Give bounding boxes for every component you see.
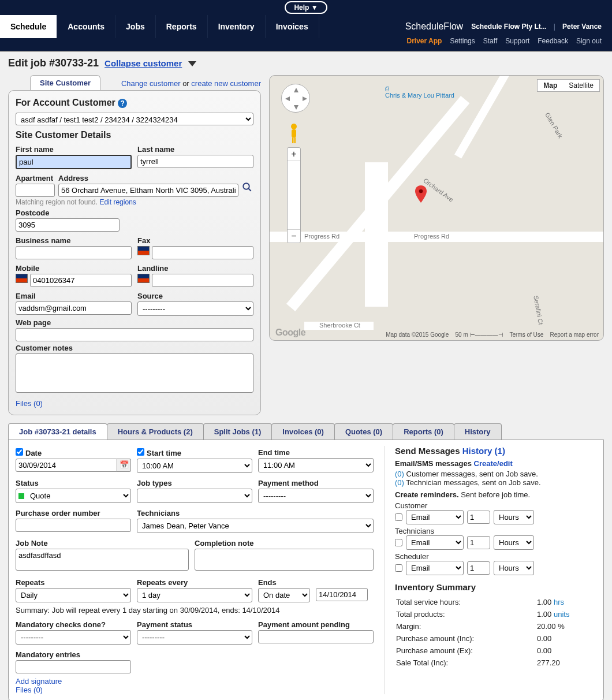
- map-pin-icon[interactable]: [415, 185, 427, 203]
- tab-quotes[interactable]: Quotes (0): [334, 423, 393, 440]
- end-time-select[interactable]: 11:00 AM: [258, 458, 374, 472]
- email-input[interactable]: [16, 301, 132, 315]
- tab-job-details[interactable]: Job #30733-21 details: [8, 423, 107, 440]
- status-color-icon: [18, 493, 24, 499]
- source-select[interactable]: ---------: [137, 301, 253, 316]
- mobile-input[interactable]: [30, 274, 132, 287]
- ends-date-input[interactable]: [316, 588, 368, 601]
- reminder-customer-checkbox[interactable]: [395, 513, 402, 521]
- map-type-satellite[interactable]: Satellite: [563, 80, 599, 91]
- messages-history-link[interactable]: History (1): [462, 446, 505, 456]
- add-signature-link[interactable]: Add signature: [16, 677, 62, 686]
- tab-invoices[interactable]: Invoices: [266, 15, 319, 38]
- reminder-tech-type[interactable]: Email: [406, 535, 464, 550]
- reminder-tech-checkbox[interactable]: [395, 539, 402, 546]
- postcode-input[interactable]: [16, 218, 120, 232]
- chevron-down-icon[interactable]: [188, 61, 196, 66]
- address-input[interactable]: [58, 184, 238, 197]
- zoom-out-button[interactable]: −: [288, 230, 300, 243]
- customer-files-link[interactable]: Files (0): [16, 399, 43, 408]
- help-icon[interactable]: ?: [118, 99, 127, 108]
- job-note-input[interactable]: asdfasdffasd: [16, 549, 189, 571]
- landline-label: Landline: [137, 264, 253, 273]
- reminder-scheduler-num[interactable]: [467, 561, 490, 575]
- tab-reports[interactable]: Reports: [156, 15, 208, 38]
- link-driver-app[interactable]: Driver App: [406, 37, 442, 45]
- web-input[interactable]: [16, 328, 253, 341]
- link-staff[interactable]: Staff: [483, 37, 497, 45]
- status-label: Status: [16, 479, 131, 487]
- customer-notes-input[interactable]: [16, 353, 253, 393]
- landline-input[interactable]: [152, 274, 253, 287]
- start-time-checkbox[interactable]: [137, 448, 144, 456]
- fax-input[interactable]: [152, 246, 253, 259]
- repeats-every-select[interactable]: 1 day: [137, 588, 252, 602]
- first-name-input[interactable]: [16, 155, 132, 169]
- account-customer-title: For Account Customer ?: [16, 98, 253, 108]
- apartment-input[interactable]: [16, 184, 55, 197]
- start-time-select[interactable]: 10:00 AM: [137, 459, 252, 473]
- zoom-in-button[interactable]: +: [288, 148, 300, 161]
- link-support[interactable]: Support: [505, 37, 529, 45]
- reminder-customer-num[interactable]: [467, 511, 490, 524]
- tab-history[interactable]: History: [454, 423, 502, 440]
- help-button[interactable]: Help ▼: [285, 1, 327, 14]
- tab-accounts[interactable]: Accounts: [57, 15, 115, 38]
- completion-note-input[interactable]: [195, 549, 374, 571]
- job-files-link[interactable]: Files (0): [16, 686, 43, 694]
- search-icon[interactable]: [242, 182, 253, 197]
- reminder-scheduler-type[interactable]: Email: [406, 561, 464, 575]
- map[interactable]: ⎙Chris & Mary Lou Pittard Progress Rd Pr…: [269, 75, 604, 341]
- mandatory-entries-input[interactable]: [16, 660, 131, 673]
- inventory-summary-title: Inventory Summary: [395, 582, 596, 592]
- tab-inventory[interactable]: Inventory: [208, 15, 266, 38]
- job-types-select[interactable]: [137, 489, 252, 503]
- tab-job-invoices[interactable]: Invoices (0): [271, 423, 335, 440]
- link-signout[interactable]: Sign out: [576, 37, 602, 45]
- tab-job-reports[interactable]: Reports (0): [393, 423, 454, 440]
- tab-split-jobs[interactable]: Split Jobs (1): [203, 423, 273, 440]
- site-customer-tab[interactable]: Site Customer: [30, 75, 100, 90]
- address-label: Address: [58, 174, 238, 183]
- edit-regions-link[interactable]: Edit regions: [99, 198, 136, 206]
- business-name-input[interactable]: [16, 246, 132, 259]
- tab-hours-products[interactable]: Hours & Products (2): [107, 423, 204, 440]
- mandatory-entries-label: Mandatory entries: [16, 650, 131, 659]
- pegman-icon[interactable]: [287, 123, 301, 144]
- payment-status-select[interactable]: ---------: [137, 630, 252, 645]
- payment-pending-input[interactable]: [258, 630, 374, 643]
- job-tabs: Job #30733-21 details Hours & Products (…: [8, 423, 604, 440]
- tab-jobs[interactable]: Jobs: [115, 15, 156, 38]
- map-type-map[interactable]: Map: [538, 80, 563, 91]
- link-feedback[interactable]: Feedback: [538, 37, 568, 45]
- date-checkbox[interactable]: [16, 448, 23, 456]
- mandatory-checks-select[interactable]: ---------: [16, 630, 131, 645]
- change-customer-link[interactable]: Change customer: [121, 79, 181, 88]
- reminder-scheduler-unit[interactable]: Hours: [494, 561, 534, 575]
- payment-method-select[interactable]: ---------: [258, 489, 374, 503]
- payment-status-label: Payment status: [137, 620, 252, 629]
- calendar-icon[interactable]: 📅: [117, 459, 131, 472]
- reminder-tech-unit[interactable]: Hours: [494, 535, 534, 550]
- create-edit-messages-link[interactable]: Create/edit: [474, 459, 513, 468]
- technicians-select[interactable]: James Dean, Peter Vance: [137, 519, 374, 533]
- reminder-scheduler-checkbox[interactable]: [395, 564, 402, 572]
- map-pan-control[interactable]: [281, 84, 310, 113]
- main-nav: Schedule Accounts Jobs Reports Inventory…: [0, 15, 319, 38]
- po-input[interactable]: [16, 519, 131, 532]
- reminder-tech-num[interactable]: [467, 536, 490, 549]
- last-name-input[interactable]: [137, 155, 253, 168]
- create-customer-link[interactable]: create new customer: [191, 79, 261, 88]
- date-input[interactable]: [16, 459, 117, 472]
- reminder-customer-unit[interactable]: Hours: [494, 510, 534, 524]
- account-customer-select[interactable]: asdf asdfaf / test1 test2 / 234234 / 322…: [16, 113, 253, 125]
- tab-schedule[interactable]: Schedule: [0, 15, 57, 38]
- collapse-customer-link[interactable]: Collapse customer: [105, 58, 182, 68]
- map-road-label: Orchard Ave: [422, 177, 454, 203]
- link-settings[interactable]: Settings: [450, 37, 475, 45]
- status-select[interactable]: Quote: [16, 489, 131, 503]
- ends-select[interactable]: On date: [258, 588, 310, 602]
- repeats-select[interactable]: Daily: [16, 588, 131, 602]
- reminder-customer-type[interactable]: Email: [406, 510, 464, 524]
- map-zoom-control[interactable]: + −: [287, 147, 301, 243]
